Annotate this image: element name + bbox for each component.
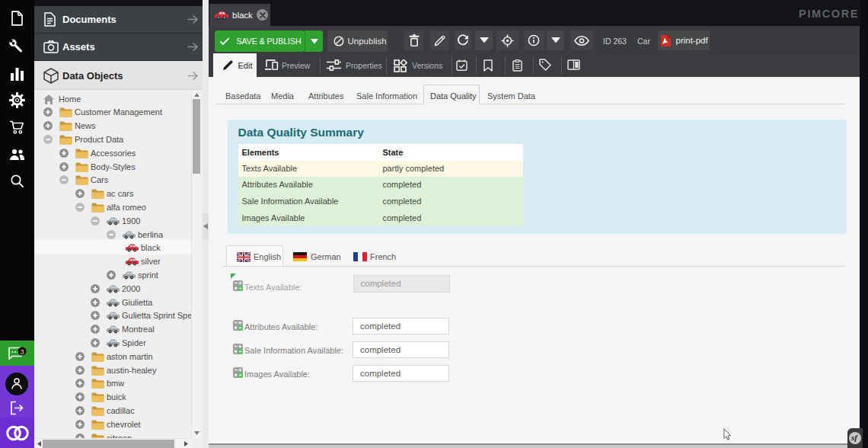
svg-text:3: 3: [20, 348, 24, 356]
